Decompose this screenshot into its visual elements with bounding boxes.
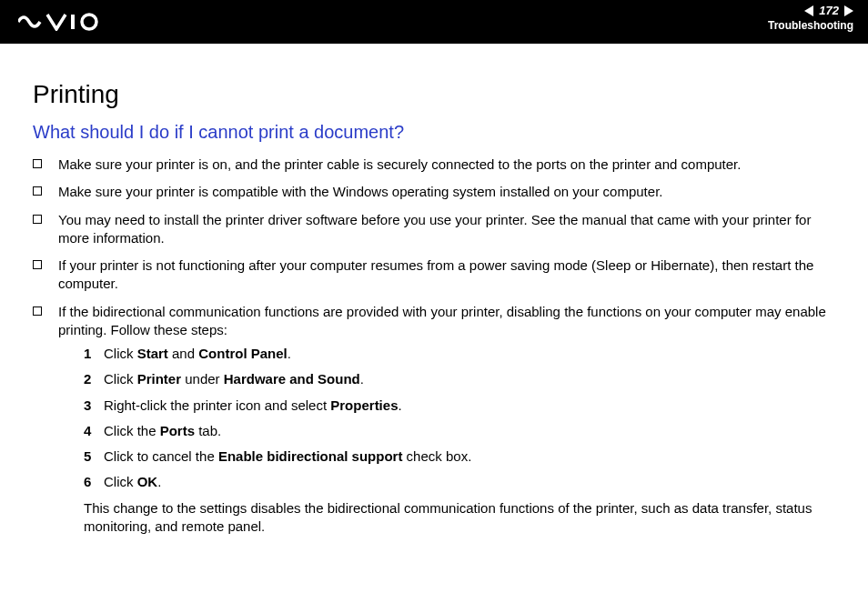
bullet-icon	[33, 260, 42, 269]
steps-list: 1 Click Start and Control Panel. 2 Click…	[84, 345, 835, 492]
step-item: 3 Right-click the printer icon and selec…	[84, 397, 835, 415]
list-item: Make sure your printer is compatible wit…	[33, 183, 835, 201]
step-item: 5 Click to cancel the Enable bidirection…	[84, 447, 835, 466]
page-subtitle: What should I do if I cannot print a doc…	[33, 122, 835, 143]
step-number: 5	[84, 447, 104, 466]
bullet-icon	[33, 186, 42, 196]
header-bar: 172 Troubleshooting	[0, 0, 868, 44]
list-item: Make sure your printer is on, and the pr…	[33, 156, 835, 174]
page-number: 172	[815, 4, 843, 17]
bullet-icon	[33, 306, 42, 316]
step-text: Click Start and Control Panel.	[104, 345, 291, 363]
svg-point-1	[82, 15, 96, 29]
bullet-text-with-steps: If the bidirectional communication funct…	[58, 303, 835, 537]
closing-note: This change to the settings disables the…	[84, 499, 835, 537]
step-item: 6 Click OK.	[84, 473, 835, 491]
bullet-icon	[33, 215, 42, 224]
step-item: 1 Click Start and Control Panel.	[84, 345, 835, 363]
bullet-text: You may need to install the printer driv…	[58, 211, 835, 248]
bullet-text: Make sure your printer is on, and the pr…	[58, 156, 835, 174]
step-text: Click to cancel the Enable bidirectional…	[104, 447, 471, 466]
step-item: 2 Click Printer under Hardware and Sound…	[84, 370, 835, 388]
bullet-text: If your printer is not functioning after…	[58, 256, 835, 294]
step-number: 6	[84, 473, 104, 491]
step-item: 4 Click the Ports tab.	[84, 422, 835, 440]
bullet-icon	[33, 159, 42, 168]
page-indicator: 172 Troubleshooting	[768, 4, 853, 32]
page-title: Printing	[33, 80, 835, 109]
step-text: Click the Ports tab.	[104, 422, 221, 440]
vaio-logo	[18, 13, 106, 31]
step-text: Right-click the printer icon and select …	[104, 397, 402, 415]
bullet-text: If the bidirectional communication funct…	[58, 304, 826, 337]
section-label: Troubleshooting	[768, 19, 853, 32]
list-item: You may need to install the printer driv…	[33, 211, 835, 248]
bullet-text: Make sure your printer is compatible wit…	[58, 183, 835, 201]
step-number: 4	[84, 422, 104, 440]
list-item: If the bidirectional communication funct…	[33, 303, 835, 537]
bullet-list: Make sure your printer is on, and the pr…	[33, 156, 835, 536]
svg-rect-0	[71, 15, 75, 29]
step-text: Click Printer under Hardware and Sound.	[104, 370, 364, 388]
page-content: Printing What should I do if I cannot pr…	[0, 44, 868, 536]
step-number: 2	[84, 370, 104, 388]
step-number: 1	[84, 345, 104, 363]
step-number: 3	[84, 397, 104, 415]
vaio-logo-svg	[18, 13, 106, 31]
step-text: Click OK.	[104, 473, 161, 491]
next-page-arrow-icon[interactable]	[844, 5, 853, 16]
prev-page-arrow-icon[interactable]	[804, 5, 813, 16]
list-item: If your printer is not functioning after…	[33, 256, 835, 294]
